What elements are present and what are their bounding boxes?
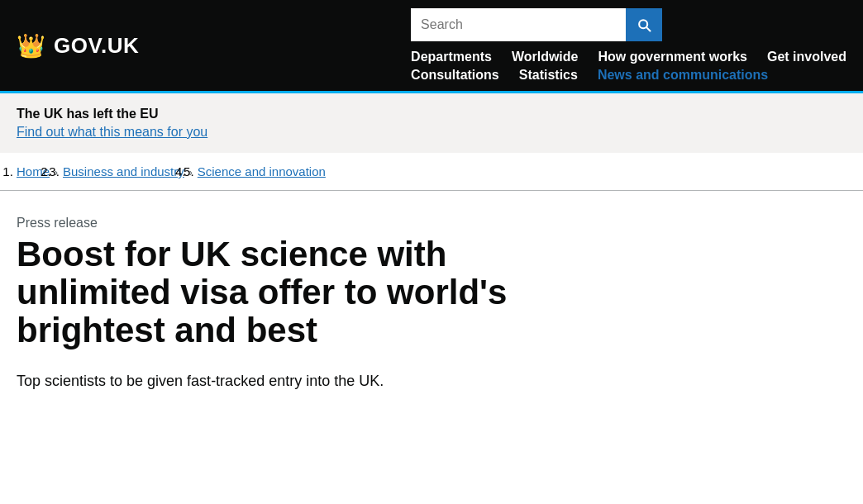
brexit-title: The UK has left the EU	[17, 107, 846, 121]
logo[interactable]: 👑 GOV.UK	[17, 32, 139, 59]
crown-icon: 👑	[17, 32, 45, 59]
nav-departments[interactable]: Departments	[411, 50, 492, 64]
breadcrumb-nav: Home › Business and industry › Science a…	[0, 153, 863, 191]
brexit-link[interactable]: Find out what this means for you	[17, 125, 207, 139]
nav-consultations[interactable]: Consultations	[411, 68, 499, 83]
breadcrumb-item-science: Science and innovation	[198, 164, 326, 178]
article-intro: Top scientists to be given fast-tracked …	[17, 370, 628, 392]
main-content: Press release Boost for UK science with …	[0, 191, 645, 417]
search-button[interactable]	[626, 8, 662, 41]
breadcrumb-link-business[interactable]: Business and industry	[63, 164, 184, 178]
nav-get-involved[interactable]: Get involved	[767, 50, 846, 64]
main-nav: Departments Worldwide How government wor…	[411, 50, 846, 83]
nav-how-government-works[interactable]: How government works	[598, 50, 746, 64]
breadcrumb: Home › Business and industry › Science a…	[17, 164, 846, 178]
search-bar	[411, 8, 662, 41]
brexit-banner: The UK has left the EU Find out what thi…	[0, 91, 863, 153]
search-input[interactable]	[411, 8, 626, 41]
breadcrumb-item-business: Business and industry	[63, 164, 184, 178]
breadcrumb-link-science[interactable]: Science and innovation	[198, 164, 326, 178]
nav-worldwide[interactable]: Worldwide	[512, 50, 579, 64]
article-title: Boost for UK science with unlimited visa…	[17, 235, 595, 350]
nav-row-1: Departments Worldwide How government wor…	[411, 50, 846, 64]
nav-statistics[interactable]: Statistics	[519, 68, 578, 83]
logo-text: GOV.UK	[54, 33, 139, 59]
nav-news-communications[interactable]: News and communications	[598, 68, 768, 83]
search-icon	[636, 17, 652, 33]
site-header: 👑 GOV.UK Departments Worldwide How gover…	[0, 0, 863, 91]
nav-row-2: Consultations Statistics News and commun…	[411, 68, 846, 83]
article-category: Press release	[17, 216, 628, 231]
